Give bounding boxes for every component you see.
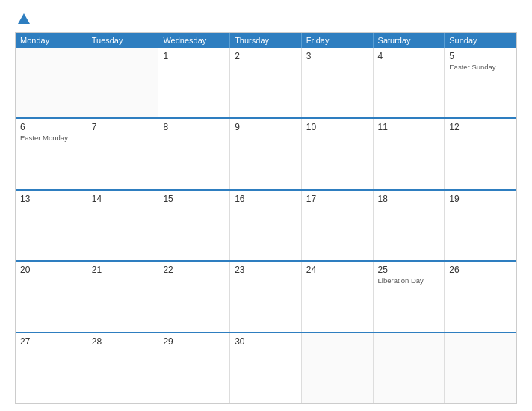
calendar-cell: 12 [445, 119, 516, 188]
logo-triangle-icon [18, 13, 30, 24]
calendar-cell: 8 [158, 119, 230, 188]
calendar-cell: 27 [16, 333, 87, 403]
logo [15, 13, 30, 25]
calendar-cell [445, 333, 516, 403]
day-number: 9 [235, 122, 297, 132]
calendar-cell: 5Easter Sunday [445, 48, 516, 117]
day-number: 21 [92, 265, 154, 275]
calendar: MondayTuesdayWednesdayThursdayFridaySatu… [15, 32, 517, 404]
header-day-wednesday: Wednesday [158, 33, 230, 48]
day-number: 2 [235, 51, 297, 61]
calendar-cell: 13 [16, 191, 87, 260]
calendar-week-5: 27282930 [16, 332, 516, 403]
calendar-cell: 4 [374, 48, 445, 117]
day-number: 10 [306, 122, 368, 132]
calendar-cell: 9 [230, 119, 302, 188]
calendar-week-2: 6Easter Monday789101112 [16, 117, 516, 188]
day-number: 23 [235, 265, 297, 275]
day-number: 16 [235, 194, 297, 204]
day-number: 15 [163, 194, 225, 204]
day-number: 13 [20, 194, 82, 204]
holiday-label: Easter Sunday [449, 63, 512, 71]
calendar-cell: 28 [87, 333, 159, 403]
day-number: 17 [306, 194, 368, 204]
day-number: 7 [92, 122, 154, 132]
holiday-label: Easter Monday [20, 134, 82, 142]
calendar-cell: 19 [445, 191, 516, 260]
header-day-tuesday: Tuesday [87, 33, 159, 48]
calendar-cell [302, 333, 374, 403]
header-day-monday: Monday [16, 33, 87, 48]
calendar-cell: 15 [158, 191, 230, 260]
holiday-label: Liberation Day [378, 276, 440, 285]
day-number: 22 [163, 265, 225, 275]
day-number: 3 [306, 51, 368, 61]
calendar-week-1: 12345Easter Sunday [16, 48, 516, 117]
day-number: 26 [449, 265, 512, 275]
calendar-cell: 23 [230, 262, 302, 331]
calendar-cell: 22 [158, 262, 230, 331]
calendar-cell: 3 [302, 48, 374, 117]
day-number: 12 [449, 122, 512, 132]
calendar-cell: 29 [158, 333, 230, 403]
day-number: 14 [92, 194, 154, 204]
day-number: 19 [449, 194, 512, 204]
day-number: 20 [20, 265, 82, 275]
page: MondayTuesdayWednesdayThursdayFridaySatu… [0, 0, 532, 411]
calendar-cell: 20 [16, 262, 87, 331]
calendar-header: MondayTuesdayWednesdayThursdayFridaySatu… [16, 33, 516, 48]
calendar-cell: 26 [445, 262, 516, 331]
day-number: 8 [163, 122, 225, 132]
day-number: 24 [306, 265, 368, 275]
header-day-thursday: Thursday [230, 33, 302, 48]
calendar-cell: 25Liberation Day [374, 262, 445, 331]
calendar-cell: 16 [230, 191, 302, 260]
day-number: 6 [20, 122, 82, 132]
calendar-cell: 14 [87, 191, 159, 260]
calendar-cell: 11 [374, 119, 445, 188]
day-number: 11 [378, 122, 440, 132]
calendar-cell: 2 [230, 48, 302, 117]
calendar-cell: 17 [302, 191, 374, 260]
header-day-saturday: Saturday [374, 33, 445, 48]
day-number: 1 [163, 51, 225, 61]
calendar-body: 12345Easter Sunday6Easter Monday78910111… [16, 48, 516, 403]
calendar-week-3: 13141516171819 [16, 189, 516, 260]
day-number: 18 [378, 194, 440, 204]
calendar-week-4: 202122232425Liberation Day26 [16, 260, 516, 331]
calendar-cell: 10 [302, 119, 374, 188]
day-number: 27 [20, 336, 82, 347]
calendar-cell: 6Easter Monday [16, 119, 87, 188]
calendar-cell [87, 48, 159, 117]
calendar-cell [374, 333, 445, 403]
day-number: 4 [378, 51, 440, 61]
header [15, 13, 517, 25]
day-number: 30 [235, 336, 297, 347]
day-number: 29 [163, 336, 225, 347]
header-day-friday: Friday [302, 33, 374, 48]
calendar-cell: 1 [158, 48, 230, 117]
calendar-cell: 30 [230, 333, 302, 403]
calendar-cell: 18 [374, 191, 445, 260]
calendar-cell [16, 48, 87, 117]
day-number: 25 [378, 265, 440, 275]
calendar-cell: 7 [87, 119, 159, 188]
header-day-sunday: Sunday [445, 33, 516, 48]
day-number: 5 [449, 51, 512, 61]
calendar-cell: 24 [302, 262, 374, 331]
day-number: 28 [92, 336, 154, 347]
calendar-cell: 21 [87, 262, 159, 331]
